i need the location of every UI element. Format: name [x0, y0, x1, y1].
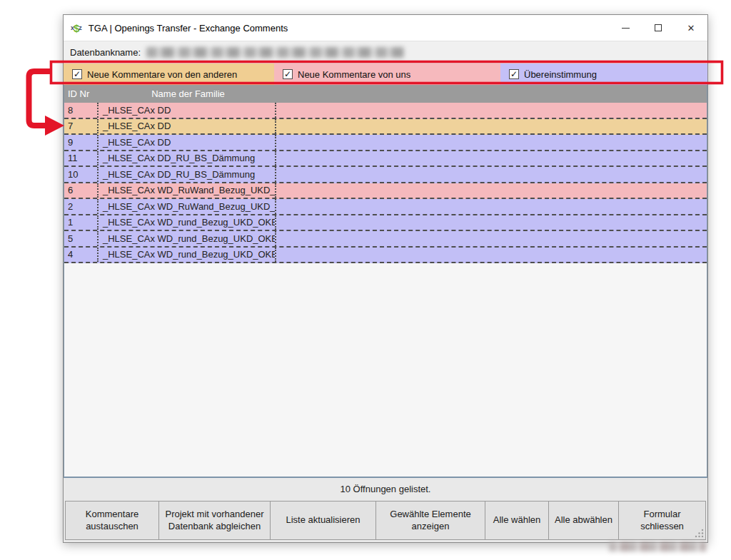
resize-grip-icon[interactable]: [695, 529, 704, 538]
table-row[interactable]: 1_HLSE_CAx WD_rund_Bezug_UKD_OKB: [64, 215, 707, 232]
table-row[interactable]: 11_HLSE_CAx DD_RU_BS_Dämmung: [64, 151, 707, 168]
deselect-all-button[interactable]: Alle abwählen: [548, 501, 619, 540]
row-filler-cell: [276, 248, 707, 263]
row-family-name-cell: _HLSE_CAx WD_RuWand_Bezug_UKD_OKB: [97, 199, 276, 214]
row-id-cell: 10: [64, 169, 97, 180]
filter-bar: ✓Neue Kommentare von den anderen✓Neue Ko…: [64, 63, 707, 85]
table-header: ID Nr Name der Familie: [64, 85, 707, 103]
exchange-comments-button[interactable]: Kommentare austauschen: [65, 501, 159, 540]
window-title: TGA | Openings Transfer - Exchange Comme…: [89, 23, 288, 34]
row-filler-cell: [276, 199, 707, 214]
row-id-cell: 9: [64, 137, 97, 148]
row-id-cell: 7: [64, 121, 97, 131]
row-family-name-cell: _HLSE_CAx DD_RU_BS_Dämmung: [97, 167, 276, 182]
row-family-name-cell: _HLSE_CAx DD: [97, 119, 276, 134]
app-icon-z: z: [79, 25, 82, 31]
close-icon: ✕: [687, 23, 695, 34]
table-body: 8_HLSE_CAx DD7_HLSE_CAx DD9_HLSE_CAx DD1…: [64, 103, 707, 263]
filter-section-1: ✓Neue Kommentare von uns: [274, 63, 500, 85]
row-family-name-cell: _HLSE_CAx DD_RU_BS_Dämmung: [97, 151, 276, 166]
filter-section-0: ✓Neue Kommentare von den anderen: [64, 63, 274, 85]
minimize-button[interactable]: [609, 15, 642, 41]
maximize-button[interactable]: [642, 15, 675, 41]
watermark-blurred: [609, 542, 706, 551]
minimize-icon: [622, 28, 630, 29]
row-id-cell: 8: [64, 105, 97, 116]
row-id-cell: 5: [64, 233, 97, 244]
column-header-family-name: Name der Familie: [99, 88, 278, 99]
refresh-list-button[interactable]: Liste aktualisieren: [270, 501, 376, 540]
row-filler-cell: [276, 183, 707, 198]
row-id-cell: 11: [64, 153, 97, 163]
status-text: 10 Öffnungen gelistet.: [341, 484, 431, 494]
app-window: x $ z TGA | Openings Transfer - Exchange…: [63, 14, 708, 543]
database-row: Datenbankname:: [64, 41, 707, 63]
row-family-name-cell: _HLSE_CAx WD_rund_Bezug_UKD_OKB: [97, 215, 276, 230]
row-id-cell: 2: [64, 201, 97, 212]
row-filler-cell: [276, 167, 707, 182]
row-filler-cell: [276, 151, 707, 166]
row-filler-cell: [276, 215, 707, 230]
table-row[interactable]: 2_HLSE_CAx WD_RuWand_Bezug_UKD_OKB: [64, 199, 707, 215]
annotation-arrow-line: [29, 71, 51, 126]
table-row[interactable]: 6_HLSE_CAx WD_RuWand_Bezug_UKD_OKB: [64, 183, 707, 200]
filter-section-2: ✓Übereinstimmung: [500, 63, 707, 85]
maximize-icon: [655, 24, 662, 31]
row-filler-cell: [276, 231, 707, 246]
close-button[interactable]: ✕: [675, 15, 707, 41]
select-all-button[interactable]: Alle wählen: [485, 501, 549, 540]
row-family-name-cell: _HLSE_CAx DD: [97, 103, 276, 118]
database-label: Datenbankname:: [70, 47, 141, 58]
table-row[interactable]: 9_HLSE_CAx DD: [64, 135, 707, 151]
row-family-name-cell: _HLSE_CAx WD_rund_Bezug_UKD_OKB: [97, 248, 276, 263]
filter-checkbox-1[interactable]: ✓: [283, 69, 293, 79]
row-filler-cell: [276, 103, 707, 118]
filter-checkbox-2[interactable]: ✓: [509, 69, 519, 79]
table-row[interactable]: 8_HLSE_CAx DD: [64, 103, 707, 119]
window-controls: ✕: [609, 15, 707, 41]
openings-table: ID Nr Name der Familie 8_HLSE_CAx DD7_HL…: [64, 85, 707, 478]
table-row[interactable]: 10_HLSE_CAx DD_RU_BS_Dämmung: [64, 167, 707, 183]
filter-label-0: Neue Kommentare von den anderen: [87, 69, 237, 80]
row-filler-cell: [276, 119, 707, 134]
row-id-cell: 6: [64, 185, 97, 195]
annotation-arrow-head: [45, 116, 64, 136]
column-header-id: ID Nr: [64, 88, 99, 99]
screen: x $ z TGA | Openings Transfer - Exchange…: [0, 0, 731, 560]
table-row[interactable]: 4_HLSE_CAx WD_rund_Bezug_UKD_OKB: [64, 248, 707, 264]
footer-button-row: Kommentare austauschenProjekt mit vorhan…: [64, 499, 707, 542]
filter-label-2: Übereinstimmung: [524, 69, 597, 80]
title-bar[interactable]: x $ z TGA | Openings Transfer - Exchange…: [64, 15, 707, 41]
table-row[interactable]: 5_HLSE_CAx WD_rund_Bezug_UKD_OKB: [64, 231, 707, 248]
app-icon: x $ z: [71, 23, 82, 34]
show-selected-elements-button[interactable]: Gewählte Elemente anzeigen: [375, 501, 485, 540]
filter-checkbox-0[interactable]: ✓: [72, 69, 82, 79]
filter-label-1: Neue Kommentare von uns: [298, 69, 410, 80]
row-id-cell: 1: [64, 217, 97, 228]
row-family-name-cell: _HLSE_CAx WD_RuWand_Bezug_UKD_OKB: [97, 183, 276, 198]
table-row[interactable]: 7_HLSE_CAx DD: [64, 119, 707, 136]
compare-project-database-button[interactable]: Projekt mit vorhandener Datenbank abglei…: [158, 501, 271, 540]
row-filler-cell: [276, 135, 707, 150]
close-form-button[interactable]: Formular schliessen: [618, 501, 706, 540]
database-path-redacted: [146, 47, 405, 58]
row-family-name-cell: _HLSE_CAx WD_rund_Bezug_UKD_OKB: [97, 231, 276, 246]
row-family-name-cell: _HLSE_CAx DD: [97, 135, 276, 150]
row-id-cell: 4: [64, 249, 97, 260]
status-bar: 10 Öffnungen gelistet.: [64, 478, 707, 499]
